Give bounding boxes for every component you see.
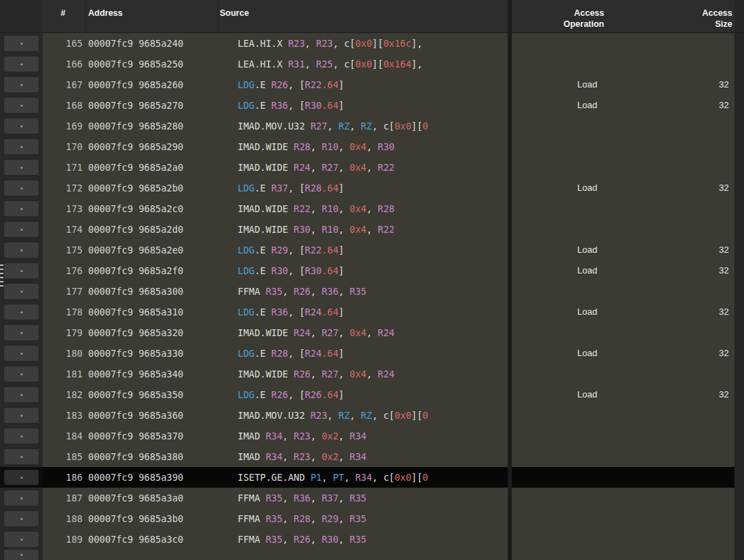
scrollbar-track[interactable] xyxy=(734,384,744,405)
instruction-source: FFMA R35, R26, R30, R35 xyxy=(218,529,508,550)
row-marker-button[interactable] xyxy=(4,550,39,560)
row-marker-button[interactable] xyxy=(4,532,39,547)
row-marker-button[interactable] xyxy=(4,470,39,485)
table-row[interactable]: 180 00007fc9 9685a330 LDG.E R28, [R24.64… xyxy=(0,343,744,364)
column-header-number[interactable]: # xyxy=(43,0,86,32)
table-row[interactable]: 168 00007fc9 9685a270 LDG.E R36, [R30.64… xyxy=(0,95,744,116)
scrollbar-track[interactable] xyxy=(734,198,744,219)
table-row[interactable]: 170 00007fc9 9685a290 IMAD.WIDE R28, R10… xyxy=(0,136,744,157)
scrollbar-track[interactable] xyxy=(734,488,744,508)
source-token: PT xyxy=(333,472,344,483)
table-row[interactable]: 171 00007fc9 9685a2a0 IMAD.WIDE R24, R27… xyxy=(0,157,744,178)
scrollbar-track[interactable] xyxy=(734,405,744,426)
row-marker-button[interactable] xyxy=(4,346,39,361)
table-row[interactable]: 186 00007fc9 9685a390 ISETP.GE.AND P1, P… xyxy=(0,467,744,488)
row-marker-button[interactable] xyxy=(4,98,39,113)
source-token: , xyxy=(350,121,361,132)
access-size: 32 xyxy=(606,384,734,405)
row-marker-button[interactable] xyxy=(4,366,39,382)
table-row[interactable]: 165 00007fc9 9685a240 LEA.HI.X R23, R23,… xyxy=(0,33,744,54)
scrollbar-track[interactable] xyxy=(734,74,744,95)
scrollbar-track[interactable] xyxy=(734,54,744,74)
scrollbar-track[interactable] xyxy=(734,322,744,343)
row-marker-button[interactable] xyxy=(4,77,39,92)
row-marker-button[interactable] xyxy=(4,284,39,299)
scrollbar-track[interactable] xyxy=(734,343,744,364)
row-gutter xyxy=(0,426,43,446)
scrollbar-track[interactable] xyxy=(734,33,744,54)
scrollbar-track[interactable] xyxy=(734,302,744,322)
table-row[interactable]: 179 00007fc9 9685a320 IMAD.WIDE R24, R27… xyxy=(0,322,744,343)
row-marker-button[interactable] xyxy=(4,428,39,444)
scrollbar-track[interactable] xyxy=(734,364,744,384)
table-row[interactable]: 176 00007fc9 9685a2f0 LDG.E R30, [R30.64… xyxy=(0,260,744,281)
scrollbar-track[interactable] xyxy=(734,550,744,560)
table-row[interactable]: 167 00007fc9 9685a260 LDG.E R26, [R22.64… xyxy=(0,74,744,95)
row-marker-button[interactable] xyxy=(4,160,39,175)
row-marker-button[interactable] xyxy=(4,304,39,320)
scrollbar-track[interactable] xyxy=(734,467,744,488)
pane-resize-handle[interactable] xyxy=(0,265,3,288)
table-row[interactable]: 178 00007fc9 9685a310 LDG.E R36, [R24.64… xyxy=(0,302,744,322)
scrollbar-track[interactable] xyxy=(734,426,744,446)
source-token: , xyxy=(305,38,316,49)
column-header-access-operation[interactable]: Access Operation xyxy=(512,0,606,32)
row-marker-button[interactable] xyxy=(4,387,39,402)
row-marker-button[interactable] xyxy=(4,222,39,237)
row-marker-button[interactable] xyxy=(4,511,39,526)
row-marker-button[interactable] xyxy=(4,139,39,154)
source-token: R30 xyxy=(305,265,322,276)
row-marker-button[interactable] xyxy=(4,449,39,464)
table-row[interactable]: 188 00007fc9 9685a3b0 FFMA R35, R28, R29… xyxy=(0,508,744,529)
source-token: R35 xyxy=(266,492,282,504)
column-header-source[interactable]: Source xyxy=(218,0,508,32)
scrollbar-track[interactable] xyxy=(734,0,744,32)
row-marker-button[interactable] xyxy=(4,56,39,72)
row-marker-button[interactable] xyxy=(4,180,39,196)
column-header-access-size[interactable]: Access Size xyxy=(606,0,734,32)
row-marker-button[interactable] xyxy=(4,36,39,51)
table-row[interactable]: 174 00007fc9 9685a2d0 IMAD.WIDE R30, R10… xyxy=(0,219,744,240)
table-row[interactable]: 169 00007fc9 9685a280 IMAD.MOV.U32 R27, … xyxy=(0,116,744,136)
table-row[interactable]: 166 00007fc9 9685a250 LEA.HI.X R31, R25,… xyxy=(0,54,744,74)
table-row[interactable]: 177 00007fc9 9685a300 FFMA R35, R26, R36… xyxy=(0,281,744,302)
source-token: , xyxy=(282,431,293,442)
row-marker-button[interactable] xyxy=(4,263,39,278)
row-marker-button[interactable] xyxy=(4,201,39,216)
row-marker-button[interactable] xyxy=(4,325,39,340)
row-marker-button[interactable] xyxy=(4,242,39,258)
table-row[interactable]: 189 00007fc9 9685a3c0 FFMA R35, R26, R30… xyxy=(0,529,744,550)
table-row[interactable]: 173 00007fc9 9685a2c0 IMAD.WIDE R22, R10… xyxy=(0,198,744,219)
row-number: 166 xyxy=(43,54,86,74)
table-row[interactable]: 183 00007fc9 9685a360 IMAD.MOV.U32 R23, … xyxy=(0,405,744,426)
scrollbar-track[interactable] xyxy=(734,116,744,136)
source-token: R27 xyxy=(322,369,338,380)
scrollbar-track[interactable] xyxy=(734,219,744,240)
scrollbar-track[interactable] xyxy=(734,136,744,157)
table-row[interactable]: 182 00007fc9 9685a350 LDG.E R26, [R26.64… xyxy=(0,384,744,405)
source-token: ], xyxy=(411,59,422,70)
row-marker-button[interactable] xyxy=(4,490,39,506)
table-row[interactable]: 185 00007fc9 9685a380 IMAD R34, R23, 0x2… xyxy=(0,446,744,467)
scrollbar-track[interactable] xyxy=(734,529,744,550)
scrollbar-track[interactable] xyxy=(734,95,744,116)
scrollbar-track[interactable] xyxy=(734,178,744,198)
table-row[interactable]: 175 00007fc9 9685a2e0 LDG.E R29, [R22.64… xyxy=(0,240,744,260)
scrollbar-track[interactable] xyxy=(734,260,744,281)
table-row[interactable]: 181 00007fc9 9685a340 IMAD.WIDE R26, R27… xyxy=(0,364,744,384)
scrollbar-track[interactable] xyxy=(734,508,744,529)
table-row[interactable]: 187 00007fc9 9685a3a0 FFMA R35, R36, R37… xyxy=(0,488,744,508)
scrollbar-track[interactable] xyxy=(734,446,744,467)
row-gutter xyxy=(0,529,43,550)
source-token: 0x2 xyxy=(322,431,338,442)
access-size xyxy=(606,446,734,467)
source-token: 0x4 xyxy=(350,327,366,338)
scrollbar-track[interactable] xyxy=(734,281,744,302)
row-marker-button[interactable] xyxy=(4,408,39,423)
column-header-address[interactable]: Address xyxy=(86,0,218,32)
table-row[interactable]: 184 00007fc9 9685a370 IMAD R34, R23, 0x2… xyxy=(0,426,744,446)
scrollbar-track[interactable] xyxy=(734,157,744,178)
scrollbar-track[interactable] xyxy=(734,240,744,260)
table-row[interactable]: 172 00007fc9 9685a2b0 LDG.E R37, [R28.64… xyxy=(0,178,744,198)
row-marker-button[interactable] xyxy=(4,118,39,134)
